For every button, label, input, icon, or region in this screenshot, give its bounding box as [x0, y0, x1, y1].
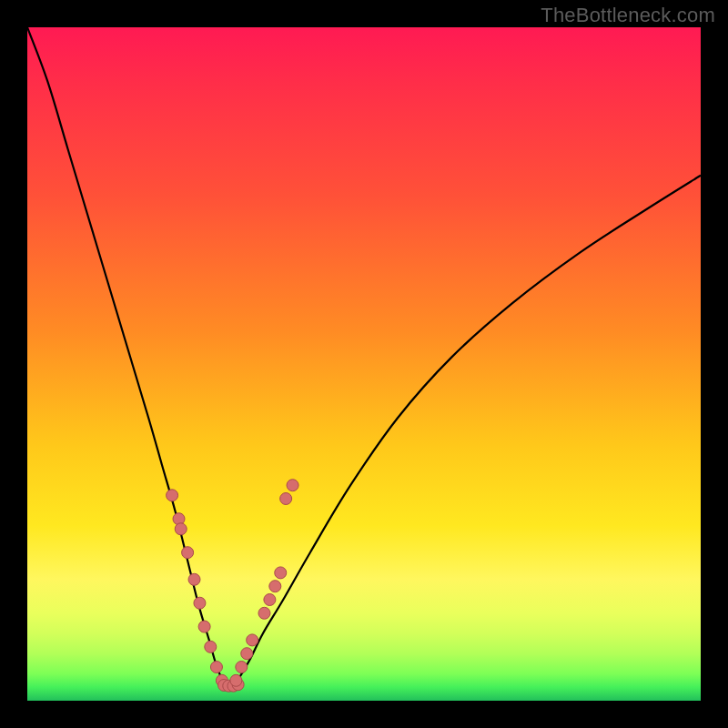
marker-dot [205, 641, 217, 652]
marker-dot [173, 513, 185, 525]
marker-dot [210, 662, 222, 673]
marker-dot [167, 490, 178, 501]
marker-dot [275, 567, 287, 579]
marker-dot [198, 621, 210, 632]
marker-dot [232, 679, 244, 691]
marker-dot [258, 607, 270, 619]
marker-dot [218, 679, 230, 691]
marker-dot [264, 594, 276, 606]
watermark-text: TheBottleneck.com [541, 4, 715, 27]
marker-dot [287, 480, 298, 491]
marker-dot [269, 581, 281, 592]
outer-frame: TheBottleneck.com [0, 0, 728, 728]
marker-dot [228, 680, 239, 692]
marker-dot [236, 662, 248, 673]
marker-dot [230, 674, 242, 686]
marker-dot [247, 634, 258, 646]
marker-dot [216, 674, 228, 686]
plot-area [27, 27, 701, 701]
marker-dot [194, 597, 206, 609]
curve-path-group [27, 27, 701, 687]
marker-dot [241, 648, 253, 660]
marker-dot [175, 523, 187, 535]
marker-dot [188, 573, 200, 585]
bottleneck-curve [27, 27, 701, 687]
marker-dot [182, 547, 194, 559]
marker-dot [280, 493, 292, 505]
chart-svg [27, 27, 701, 701]
marker-dot [223, 680, 235, 692]
marker-dots [167, 480, 298, 693]
